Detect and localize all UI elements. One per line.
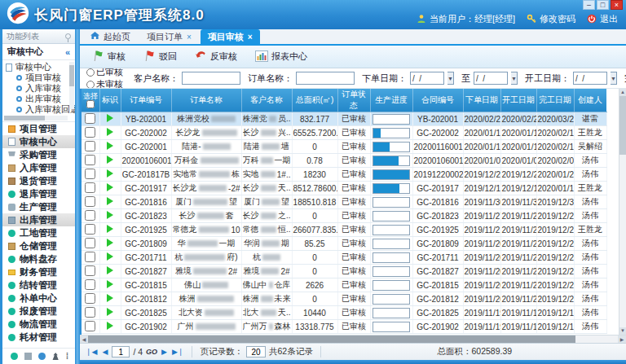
table-row[interactable]: GC-201711杭府)杭0已审核GC-2017112019/11/202019… [82, 251, 606, 265]
sidebar-item-6[interactable]: 生产管理 [2, 200, 75, 213]
sidebar-item-10[interactable]: 物料盘存 [2, 252, 75, 265]
tab-2[interactable]: 项目审核× [201, 29, 260, 44]
go-button[interactable]: GO [146, 348, 157, 356]
sidebar-item-3[interactable]: 入库管理 [2, 161, 75, 174]
cart-icon[interactable] [24, 353, 32, 360]
column-header-0[interactable]: 选择 [82, 89, 99, 112]
radio-input[interactable] [86, 68, 95, 77]
page-number-input[interactable] [112, 346, 130, 357]
sidebar-item-15[interactable]: 物流管理 [2, 318, 75, 331]
sidebar-item-9[interactable]: 仓储管理 [2, 239, 75, 252]
order-date-end-dropdown-icon[interactable]: ▼ [511, 72, 518, 85]
radio-input[interactable] [86, 81, 95, 89]
sidebar-item-1[interactable]: 审核中心 [2, 135, 75, 148]
pin-icon[interactable] [65, 33, 71, 39]
row-checkbox[interactable] [85, 238, 95, 248]
order-date-input[interactable] [410, 72, 444, 85]
toolbar-button-2[interactable]: 反审核 [189, 46, 246, 67]
filter-radio-2[interactable]: 未审核 [86, 78, 123, 89]
column-header-6[interactable]: 订单状态 [337, 89, 370, 112]
row-checkbox[interactable] [85, 321, 95, 331]
scroll-left-icon[interactable]: ◀ [80, 335, 88, 343]
prev-page-button[interactable]: ◀ [101, 348, 108, 356]
toolbar-button-0[interactable]: 审核 [86, 46, 134, 67]
column-header-1[interactable]: 标识 [99, 89, 121, 112]
collapse-icon[interactable]: « [65, 47, 70, 57]
sidebar-item-13[interactable]: 补单中心 [2, 292, 75, 305]
sidebar-item-12[interactable]: 结转管理 [2, 278, 75, 292]
table-row[interactable]: GC-201815佛山佛山中仓库2626已审核GC-2018152019/11/… [82, 278, 606, 292]
table-horizontal-scrollbar[interactable]: ◀ ▶ [80, 335, 626, 343]
sidebar-item-14[interactable]: 报废管理 [2, 305, 75, 318]
table-row[interactable]: GC-202001陆港-陆港墙0已审核202001160012020/01/16… [82, 140, 606, 154]
logout-button[interactable]: 退出 [587, 13, 618, 25]
scroll-right-icon[interactable]: ▶ [618, 335, 626, 343]
last-page-button[interactable]: ▶❘ [171, 348, 184, 356]
column-header-7[interactable]: 生产进度 [370, 89, 412, 112]
select-all-checkbox[interactable] [86, 100, 95, 108]
globe-icon[interactable] [38, 353, 46, 360]
row-checkbox[interactable] [85, 127, 95, 138]
table-row[interactable]: GC-201917长沙龙-2#长沙天..8512.78600..已审核GC-20… [82, 182, 606, 195]
table-row[interactable]: GC-201816厦门望厦门望188510.818已审核GC-201816201… [82, 195, 606, 209]
order-date-end-input[interactable] [474, 72, 508, 85]
tab-0[interactable]: 起始页 [83, 29, 138, 44]
row-checkbox[interactable] [85, 265, 95, 276]
toolbar-button-1[interactable]: 驳回 [138, 46, 186, 67]
row-checkbox[interactable] [85, 307, 95, 318]
row-checkbox[interactable] [85, 141, 95, 151]
row-checkbox[interactable] [85, 210, 95, 221]
column-header-5[interactable]: 总面积(㎡) [292, 89, 337, 112]
sidebar-item-2[interactable]: 采购管理 [2, 148, 75, 161]
start-date-input[interactable] [573, 72, 607, 85]
maximize-button[interactable]: □ [597, 0, 609, 10]
column-header-8[interactable]: 合同编号 [412, 89, 463, 112]
next-page-button[interactable]: ▶ [161, 348, 168, 356]
person-icon[interactable] [52, 353, 60, 360]
row-checkbox[interactable] [85, 293, 95, 304]
row-checkbox[interactable] [85, 182, 95, 193]
tab-1[interactable]: 项目订单× [139, 29, 199, 44]
scroll-down-icon[interactable]: ▼ [619, 327, 626, 335]
table-row[interactable]: GC-201825北大资北大天..10440已审核GC-2018252019/1… [82, 306, 606, 320]
tree-horizontal-scrollbar[interactable] [4, 116, 68, 121]
table-row[interactable]: GC-201902广州广州万森林13318.775已审核GC-201902201… [82, 320, 606, 334]
close-button[interactable]: × [611, 0, 623, 10]
sidebar-item-7[interactable]: 出库管理 [2, 213, 75, 226]
row-checkbox[interactable] [85, 252, 95, 262]
column-header-9[interactable]: 下单日期 [463, 89, 500, 112]
table-row[interactable]: GC-201925常德龙10常德恒..266077.835..已审核GC-201… [82, 223, 606, 237]
column-header-4[interactable]: 客户名称 [241, 89, 292, 112]
row-checkbox[interactable] [85, 113, 95, 124]
sidebar-item-16[interactable]: 耗材管理 [2, 331, 75, 344]
tree-vertical-scrollbar[interactable] [69, 62, 74, 109]
change-password-button[interactable]: 修改密码 [527, 13, 575, 25]
table-vertical-scrollbar[interactable]: ▲ ▼ [619, 89, 626, 335]
sidebar-item-0[interactable]: 项目管理 [2, 122, 75, 135]
dot-icon[interactable] [11, 353, 18, 360]
more-options-icon[interactable]: ⁞ [66, 353, 68, 360]
column-header-2[interactable]: 订单编号 [121, 89, 171, 112]
row-checkbox[interactable] [85, 196, 95, 207]
row-checkbox[interactable] [85, 279, 95, 290]
column-header-12[interactable]: 创建人 [574, 89, 606, 112]
table-row[interactable]: 20200106001万科金万科一期0.78已审核202001060012020… [82, 154, 606, 168]
sidebar-item-5[interactable]: 退库管理 [2, 187, 75, 200]
filter-radio-1[interactable]: 已审核 [86, 68, 123, 78]
column-header-3[interactable]: 订单名称 [171, 89, 241, 112]
minimize-button[interactable]: – [583, 0, 595, 10]
sidebar-item-8[interactable]: 工地管理 [2, 226, 75, 239]
page-size-input[interactable] [246, 346, 266, 357]
close-tab-icon[interactable]: × [187, 33, 192, 42]
column-header-10[interactable]: 开工日期 [500, 89, 536, 112]
tree-item-3[interactable]: 入库审核回退 [6, 104, 75, 115]
sidebar-item-4[interactable]: 退货管理 [2, 174, 75, 187]
first-page-button[interactable]: ❘◀ [85, 348, 98, 356]
table-row[interactable]: YB-202001株洲党校株洲党员..832.177已审核YB-20200120… [82, 112, 606, 126]
table-row[interactable]: GC-201823长沙套长沙之..0已审核GC-2018232019/11/27… [82, 209, 606, 223]
customer-name-input[interactable] [182, 72, 240, 85]
horizontal-scroll-thumb[interactable] [88, 335, 575, 343]
row-checkbox[interactable] [85, 169, 95, 179]
table-row[interactable]: GC-201812株洲株洲未来0已审核GC-2018122019/11/2020… [82, 292, 606, 306]
row-checkbox[interactable] [85, 155, 95, 165]
